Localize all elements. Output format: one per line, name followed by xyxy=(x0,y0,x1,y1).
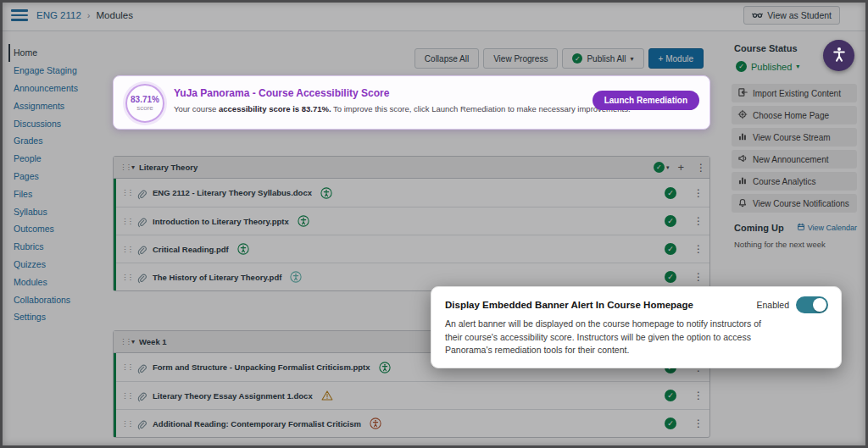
popup-title: Display Embedded Banner Alert In Course … xyxy=(445,300,693,310)
canvas-modules-page: ENG 2112 › Modules View as Student HomeE… xyxy=(0,0,868,448)
popup-body-text: An alert banner will be displayed on the… xyxy=(445,318,769,357)
banner-title: YuJa Panorama - Course Accessibility Sco… xyxy=(174,87,389,99)
dim-overlay xyxy=(0,0,868,448)
banner-alert-setting-popup: Display Embedded Banner Alert In Course … xyxy=(431,286,842,368)
accessibility-widget-button[interactable] xyxy=(823,40,854,71)
banner-alert-toggle[interactable] xyxy=(796,296,828,313)
accessibility-person-icon xyxy=(830,45,849,67)
toggle-state-label: Enabled xyxy=(756,300,789,310)
banner-description: Your course accessibility score is 83.71… xyxy=(174,104,631,113)
launch-remediation-button[interactable]: Launch Remediation xyxy=(593,91,699,110)
toggle-knob xyxy=(813,298,826,312)
accessibility-score-badge: 83.71% score xyxy=(125,84,164,123)
score-unit: score xyxy=(136,104,153,112)
score-value: 83.71% xyxy=(131,95,159,104)
accessibility-score-banner: 83.71% score YuJa Panorama - Course Acce… xyxy=(113,75,710,130)
